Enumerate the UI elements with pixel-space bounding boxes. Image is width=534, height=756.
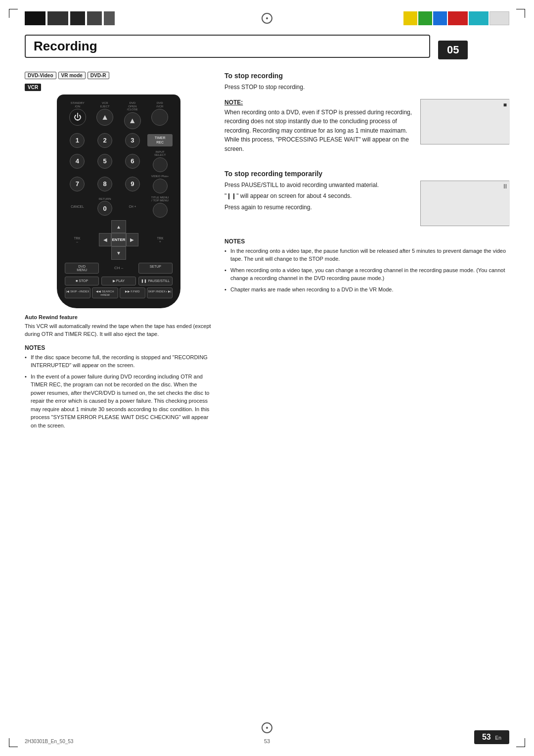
rew-button[interactable]: ◀◀ SEARCH ⇔REW (92, 287, 118, 298)
pause-symbol: II (503, 183, 507, 190)
num-7-button[interactable]: 7 (70, 177, 85, 191)
bottom-center-dot (266, 727, 268, 729)
dpad-left-button[interactable]: ◀ (99, 233, 111, 246)
remote-top-row: STANDBY/ON ⏻ VCREJECT ▲ DVDOPEN/CLOSE ▲ … (65, 101, 173, 129)
dpad-up-button[interactable]: ▲ (111, 220, 126, 234)
num-9-button[interactable]: 9 (125, 177, 140, 191)
transport-row: ■ STOP ▶ PLAY ❚❚ PAUSE/STILL (65, 277, 173, 285)
color-block-1 (25, 11, 45, 25)
stop-temporarily-heading: To stop recording temporarily (224, 170, 509, 178)
vcr-eject-label: VCREJECT (100, 101, 110, 108)
notes-right-list: In the recording onto a video tape, the … (224, 247, 509, 294)
bottom-center-circle (262, 722, 272, 733)
stop-recording-section: To stop recording Press STOP to stop rec… (224, 72, 509, 163)
ch-plus-label: CH + (120, 205, 145, 208)
color-block-white (490, 11, 509, 25)
note-right-item-1: In the recording onto a video tape, the … (224, 247, 509, 263)
pause-image-box: II (420, 181, 509, 226)
dpad-right-button[interactable]: ▶ (126, 233, 138, 246)
color-block-green (418, 11, 432, 25)
vcr-eject-button[interactable]: ▲ (96, 109, 113, 126)
top-bar (25, 9, 509, 28)
num-3-button[interactable]: 3 (125, 133, 140, 148)
left-column: DVD-Video VR mode DVD-R VCR STANDBY/ON ⏻… (25, 72, 213, 432)
note-left-item-1: If the disc space become full, the recor… (25, 353, 213, 370)
dvd-vcr-label: DVD/VCR (156, 101, 163, 108)
dpad-down-button[interactable]: ▼ (111, 246, 126, 260)
dvd-open-close-button[interactable]: ▲ (124, 112, 141, 129)
play-button[interactable]: ▶ PLAY (101, 277, 135, 285)
badge-vcr: VCR (25, 84, 41, 91)
mode-badges: DVD-Video VR mode DVD-R (25, 72, 213, 79)
en-label: En (495, 735, 501, 741)
stop-temporarily-section: To stop recording temporarily Press PAUS… (224, 170, 509, 231)
power-button[interactable]: ⏻ (69, 109, 86, 126)
input-select-button[interactable] (153, 157, 168, 172)
video-plus-button[interactable] (153, 179, 168, 193)
stop-image-box: ■ (420, 99, 509, 144)
ffwd-button[interactable]: ▶▶ F.FWD (120, 287, 145, 298)
corner-mark-bl (9, 738, 18, 747)
title-menu-label: TITLE MENU/ TOP MENU (151, 196, 169, 202)
timer-rec-button[interactable]: TIMERREC (147, 134, 173, 146)
columns-wrapper: DVD-Video VR mode DVD-R VCR STANDBY/ON ⏻… (25, 72, 509, 432)
return-label: RETURN (99, 197, 111, 200)
num-6-button[interactable]: 6 (125, 154, 140, 169)
notes-left-section: NOTES If the disc space become full, the… (25, 344, 213, 430)
footer-left: 2H30301B_En_50_53 (25, 739, 73, 744)
title-menu-button[interactable] (153, 203, 168, 218)
top-bar-left-blocks (25, 11, 115, 25)
corner-mark-tl (9, 9, 18, 18)
stop-temp-line-3: Press again to resume recording. (224, 203, 412, 212)
note-right-item-3: Chapter marks are made when recording to… (224, 285, 509, 294)
main-content: Recording 05 DVD-Video VR mode DVD-R VCR… (25, 35, 509, 726)
pause-image-content: II (421, 181, 510, 226)
stop-recording-body: Press STOP to stop recording. (224, 83, 509, 92)
badge-dvd-r: DVD-R (88, 72, 109, 79)
right-column: To stop recording Press STOP to stop rec… (224, 72, 509, 432)
search-row: |◀ SKIP –/INDEX ◀◀ SEARCH ⇔REW ▶▶ F.FWD … (65, 287, 173, 298)
dpad-empty-br (126, 246, 138, 260)
trk-minus-label: TRK– (74, 236, 81, 243)
num-1-button[interactable]: 1 (70, 133, 85, 148)
title-bar: Recording (25, 35, 430, 58)
page-number-badge: 05 (438, 41, 468, 59)
notes-right-section: NOTES In the recording onto a video tape… (224, 238, 509, 294)
num-4-button[interactable]: 4 (70, 154, 85, 169)
num-5-button[interactable]: 5 (97, 154, 112, 169)
footer-center-page: 53 (264, 738, 270, 744)
dpad-empty-tr (126, 220, 138, 234)
dvd-menu-button[interactable]: DVDMENU (65, 263, 99, 274)
num-8-button[interactable]: 8 (97, 177, 112, 191)
remote-control: STANDBY/ON ⏻ VCREJECT ▲ DVDOPEN/CLOSE ▲ … (57, 94, 180, 308)
notes-left-title: NOTES (25, 344, 213, 351)
skip-minus-button[interactable]: |◀ SKIP –/INDEX (65, 287, 90, 298)
color-block-red (448, 11, 468, 25)
setup-button[interactable]: SETUP (138, 263, 173, 274)
pause-still-button[interactable]: ❚❚ PAUSE/STILL (138, 277, 173, 285)
stop-button[interactable]: ■ STOP (65, 277, 99, 285)
color-block-4 (87, 11, 102, 25)
skip-plus-button[interactable]: SKIP /INDEX+ ▶| (147, 287, 173, 298)
page-title: Recording (34, 39, 97, 54)
ch-minus-label: CH – (101, 263, 135, 274)
note-right-item-2: When recording onto a video tape, you ca… (224, 266, 509, 283)
dvd-vcr-button[interactable] (151, 109, 168, 126)
top-bar-right-blocks (403, 11, 509, 25)
dpad: ▲ ◀ ENTER ▶ ▼ (99, 220, 138, 260)
trk-plus-label: TRK+ (157, 236, 164, 243)
dpad-enter-button[interactable]: ENTER (111, 233, 126, 246)
stop-temporarily-body: Press PAUSE/STILL to avoid recording unw… (224, 181, 412, 212)
stop-symbol: ■ (503, 101, 507, 108)
corner-mark-br (516, 738, 525, 747)
cancel-button-label: CANCEL (65, 205, 90, 208)
stop-image-content: ■ (421, 99, 510, 144)
stop-temp-line-2: "❙❙" will appear on screen for about 4 s… (224, 191, 412, 201)
dvd-open-close-label: DVDOPEN/CLOSE (127, 101, 138, 111)
color-block-blue (433, 11, 447, 25)
badge-dvd-video: DVD-Video (25, 72, 56, 79)
auto-rewind-text: This VCR will automatically rewind the t… (25, 322, 213, 338)
num-2-button[interactable]: 2 (97, 133, 112, 148)
num-0-button[interactable]: 0 (97, 201, 112, 216)
badge-vr-mode: VR mode (58, 72, 86, 79)
